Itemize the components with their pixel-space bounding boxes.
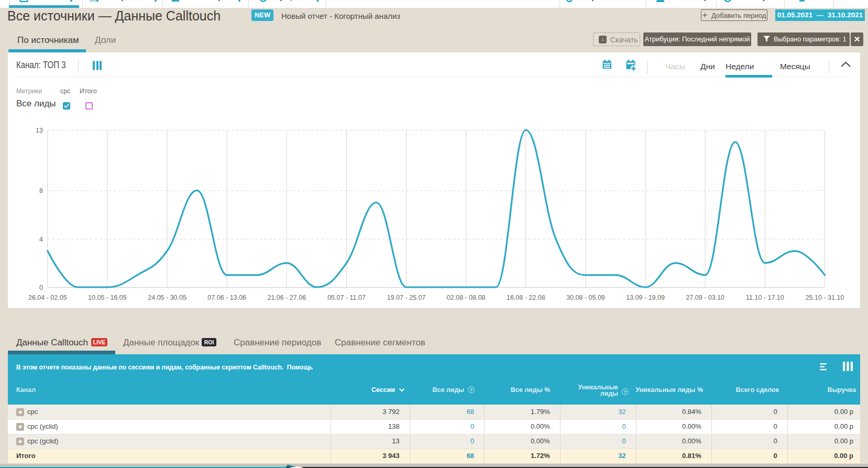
svg-text:11.10 - 17.10: 11.10 - 17.10 (746, 294, 784, 301)
svg-text:16.08 - 22.08: 16.08 - 22.08 (507, 294, 545, 301)
svg-text:02.08 - 08.08: 02.08 - 08.08 (447, 294, 486, 301)
svg-text:26.04 - 02.05: 26.04 - 02.05 (28, 294, 67, 301)
svg-text:4: 4 (39, 236, 43, 243)
svg-text:30.08 - 05.09: 30.08 - 05.09 (566, 294, 605, 301)
svg-text:21.06 - 27.06: 21.06 - 27.06 (267, 294, 306, 301)
svg-text:05.07 - 11.07: 05.07 - 11.07 (327, 294, 366, 301)
svg-text:8: 8 (39, 187, 43, 194)
svg-text:10.05 - 16.05: 10.05 - 16.05 (88, 294, 127, 301)
svg-text:25.10 - 31.10: 25.10 - 31.10 (806, 294, 844, 301)
svg-text:13.09 - 19.09: 13.09 - 19.09 (626, 294, 665, 301)
svg-text:07.06 - 13.06: 07.06 - 13.06 (207, 294, 246, 301)
svg-text:27.09 - 03.10: 27.09 - 03.10 (686, 294, 724, 301)
svg-text:0: 0 (39, 284, 43, 291)
svg-text:19.07 - 25.07: 19.07 - 25.07 (387, 294, 426, 301)
svg-text:24.05 - 30.05: 24.05 - 30.05 (148, 294, 186, 301)
svg-text:13: 13 (36, 127, 43, 134)
